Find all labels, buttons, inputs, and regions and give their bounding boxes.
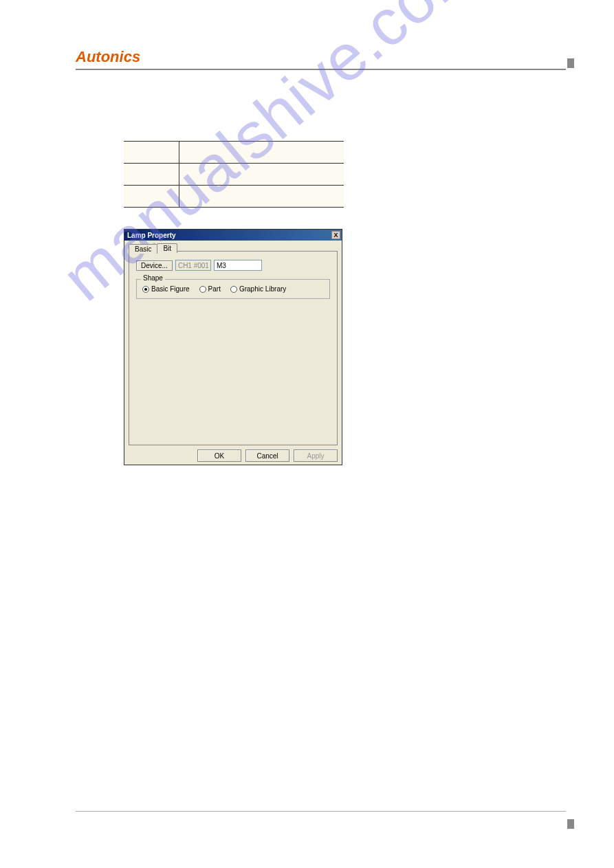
table-row [124, 164, 344, 186]
close-icon[interactable]: X [331, 231, 340, 239]
lamp-property-dialog: Lamp Property X Basic Bit Device... Shap… [124, 229, 342, 465]
cancel-button[interactable]: Cancel [245, 449, 289, 462]
ok-button[interactable]: OK [197, 449, 241, 462]
radio-icon [230, 286, 237, 293]
radio-icon [142, 286, 149, 293]
footer-marker [567, 819, 574, 829]
radio-basic-figure[interactable]: Basic Figure [142, 285, 190, 293]
device-channel-field [175, 260, 211, 271]
dialog-title: Lamp Property [127, 232, 176, 239]
radio-label: Part [208, 285, 221, 293]
tab-basic[interactable]: Basic [129, 244, 157, 254]
radio-graphic-library[interactable]: Graphic Library [230, 285, 286, 293]
header-marker [567, 58, 574, 68]
spec-table [124, 141, 344, 208]
dialog-button-row: OK Cancel Apply [197, 449, 338, 462]
tab-row: Basic Bit [129, 243, 342, 253]
table-row [124, 142, 344, 164]
tab-panel: Device... Shape Basic Figure Part Graphi… [129, 251, 338, 445]
radio-label: Basic Figure [151, 285, 190, 293]
radio-label: Graphic Library [239, 285, 286, 293]
dialog-titlebar[interactable]: Lamp Property X [124, 230, 342, 241]
radio-icon [199, 286, 206, 293]
page-header: Autonics [76, 48, 566, 70]
table-row [124, 186, 344, 208]
shape-group: Shape Basic Figure Part Graphic Library [136, 279, 330, 299]
shape-group-label: Shape [141, 274, 165, 282]
footer-divider [76, 811, 566, 812]
device-button[interactable]: Device... [136, 260, 173, 271]
device-row: Device... [136, 260, 330, 271]
radio-part[interactable]: Part [199, 285, 221, 293]
apply-button[interactable]: Apply [294, 449, 338, 462]
brand-logo: Autonics [76, 48, 140, 65]
device-value-field[interactable] [214, 260, 262, 271]
tab-bit[interactable]: Bit [157, 243, 177, 253]
shape-radio-row: Basic Figure Part Graphic Library [142, 285, 324, 293]
